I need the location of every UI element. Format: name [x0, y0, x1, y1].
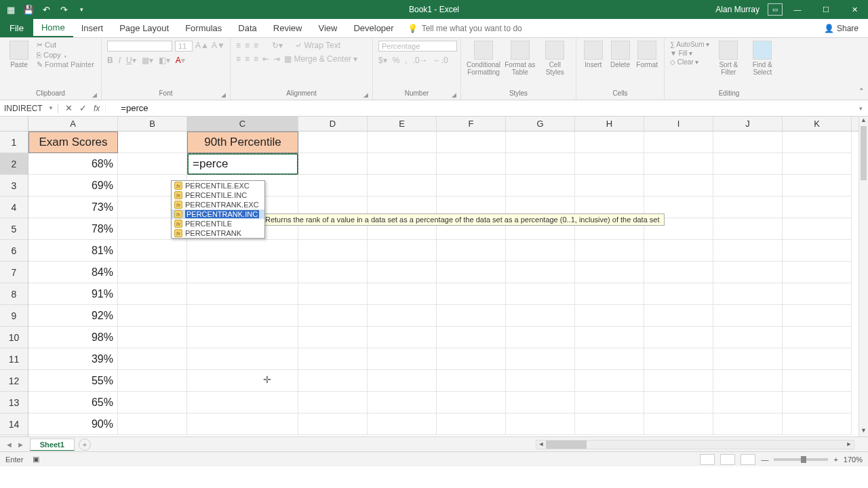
row-headers[interactable]: 1234567891011121314 — [0, 131, 28, 436]
cell-C7[interactable] — [187, 262, 298, 283]
cell-G14[interactable] — [506, 413, 575, 435]
insert-function-icon[interactable]: fx — [94, 104, 106, 113]
cell-A2[interactable]: 68% — [28, 153, 118, 175]
increase-indent-icon[interactable]: ⇥ — [273, 54, 280, 64]
cell-K1[interactable] — [783, 131, 852, 153]
cell-I8[interactable] — [644, 283, 713, 305]
cell-H10[interactable] — [575, 327, 644, 348]
zoom-in-button[interactable]: + — [833, 455, 837, 464]
cell-C10[interactable] — [187, 327, 298, 348]
cell-F1[interactable] — [437, 131, 506, 153]
cell-B9[interactable] — [118, 305, 187, 327]
save-icon[interactable]: 💾 — [23, 4, 34, 15]
comma-icon[interactable]: , — [405, 56, 407, 65]
file-tab[interactable]: File — [0, 19, 33, 37]
increase-font-icon[interactable]: A▲ — [195, 41, 209, 52]
cell-I1[interactable] — [644, 131, 713, 153]
format-painter-button[interactable]: ✎ Format Painter — [37, 60, 94, 69]
cell-D12[interactable] — [298, 370, 368, 392]
paste-button[interactable]: Paste — [5, 41, 33, 68]
cell-I6[interactable] — [644, 240, 713, 262]
cell-A11[interactable]: 39% — [28, 348, 118, 370]
scroll-thumb[interactable] — [546, 441, 587, 449]
cell-B1[interactable] — [118, 131, 187, 153]
display-options-icon[interactable]: ▭ — [768, 3, 783, 16]
chevron-down-icon[interactable]: ▼ — [48, 105, 54, 111]
cell-I10[interactable] — [644, 327, 713, 348]
align-middle-icon[interactable]: ≡ — [245, 41, 250, 50]
cell-H12[interactable] — [575, 370, 644, 392]
cell-K10[interactable] — [783, 327, 852, 348]
cell-D2[interactable] — [298, 153, 368, 175]
cell-J10[interactable] — [713, 327, 783, 348]
column-header-K[interactable]: K — [783, 117, 852, 131]
enter-formula-icon[interactable]: ✓ — [79, 103, 87, 113]
cell-B10[interactable] — [118, 327, 187, 348]
row-header-4[interactable]: 4 — [0, 197, 28, 218]
select-all-corner[interactable] — [0, 117, 28, 131]
cell-H1[interactable] — [575, 131, 644, 153]
cell-J5[interactable] — [713, 218, 783, 240]
cell-F14[interactable] — [437, 413, 506, 435]
touch-mode-icon[interactable]: ▾ — [76, 4, 87, 15]
zoom-slider[interactable] — [774, 458, 828, 461]
view-tab[interactable]: View — [310, 19, 345, 37]
cell-A14[interactable]: 90% — [28, 413, 118, 435]
scroll-left-icon[interactable]: ◄ — [536, 441, 546, 449]
cell-E7[interactable] — [368, 262, 437, 283]
cell-styles-button[interactable]: Cell Styles — [540, 41, 570, 76]
cut-button[interactable]: ✂ Cut — [37, 41, 94, 49]
cell-I3[interactable] — [644, 175, 713, 197]
page-layout-tab[interactable]: Page Layout — [111, 19, 177, 37]
cell-H7[interactable] — [575, 262, 644, 283]
align-center-icon[interactable]: ≡ — [245, 54, 250, 64]
column-header-F[interactable]: F — [437, 117, 506, 131]
cell-J7[interactable] — [713, 262, 783, 283]
cell-F6[interactable] — [437, 240, 506, 262]
clear-button[interactable]: ◇ Clear ▾ — [670, 58, 709, 66]
formula-autocomplete[interactable]: fxPERCENTILE.EXCfxPERCENTILE.INCfxPERCEN… — [171, 180, 265, 239]
cell-J4[interactable] — [713, 197, 783, 218]
collapse-ribbon-icon[interactable]: ˄ — [859, 87, 864, 97]
cell-J8[interactable] — [713, 283, 783, 305]
row-header-2[interactable]: 2 — [0, 153, 28, 175]
cell-K7[interactable] — [783, 262, 852, 283]
cell-A6[interactable]: 81% — [28, 240, 118, 262]
cell-A7[interactable]: 84% — [28, 262, 118, 283]
row-header-11[interactable]: 11 — [0, 348, 28, 370]
cell-C8[interactable] — [187, 283, 298, 305]
next-sheet-icon[interactable]: ► — [17, 441, 24, 449]
fill-button[interactable]: ▼ Fill ▾ — [670, 49, 709, 57]
cell-K2[interactable] — [783, 153, 852, 175]
font-color-button[interactable]: A▾ — [176, 56, 185, 65]
insert-tab[interactable]: Insert — [73, 19, 112, 37]
cell-K11[interactable] — [783, 348, 852, 370]
row-header-5[interactable]: 5 — [0, 218, 28, 240]
cell-F9[interactable] — [437, 305, 506, 327]
column-header-B[interactable]: B — [118, 117, 187, 131]
cell-G2[interactable] — [506, 153, 575, 175]
minimize-button[interactable]: — — [784, 0, 811, 19]
redo-icon[interactable]: ↷ — [58, 4, 69, 15]
cell-B2[interactable] — [118, 153, 187, 175]
page-break-view-button[interactable] — [741, 454, 755, 465]
cell-A3[interactable]: 69% — [28, 175, 118, 197]
cell-J14[interactable] — [713, 413, 783, 435]
cell-E14[interactable] — [368, 413, 437, 435]
cell-A5[interactable]: 78% — [28, 218, 118, 240]
cells-area[interactable]: Exam Scores90th Percentile68%=perce69%73… — [28, 131, 859, 436]
cell-B7[interactable] — [118, 262, 187, 283]
cell-J13[interactable] — [713, 392, 783, 413]
cell-B11[interactable] — [118, 348, 187, 370]
cell-C6[interactable] — [187, 240, 298, 262]
align-right-icon[interactable]: ≡ — [254, 54, 258, 64]
sort-filter-button[interactable]: Sort & Filter — [713, 41, 743, 76]
data-tab[interactable]: Data — [230, 19, 264, 37]
scroll-right-icon[interactable]: ► — [844, 441, 854, 449]
cell-I12[interactable] — [644, 370, 713, 392]
align-left-icon[interactable]: ≡ — [236, 54, 241, 64]
format-as-table-button[interactable]: Format as Table — [505, 41, 535, 76]
cell-A8[interactable]: 91% — [28, 283, 118, 305]
column-header-D[interactable]: D — [298, 117, 368, 131]
macro-record-icon[interactable]: ▣ — [33, 455, 39, 464]
